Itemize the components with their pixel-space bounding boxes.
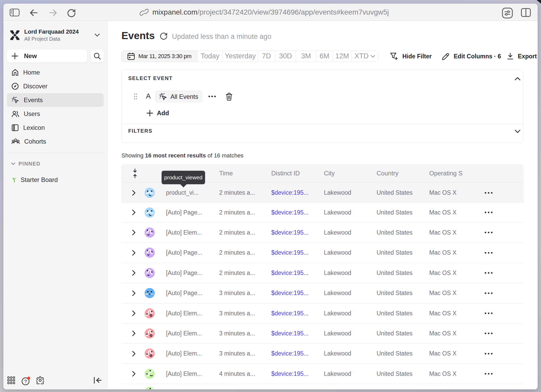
svg-text:?: ? [24,379,27,384]
